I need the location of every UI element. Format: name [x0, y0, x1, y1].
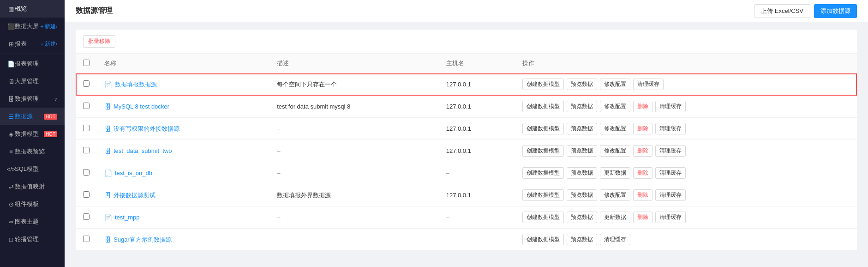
datasource-table: 名称 描述 主机名 操作 📄数据填报数据源每个空间下只存在一个127.0.0.1…: [76, 54, 857, 251]
action-btn-创建数据模型[interactable]: 创建数据模型: [522, 234, 564, 245]
sidebar-item-label: 数据管理: [15, 95, 54, 103]
row-checkbox-cell: [76, 162, 97, 184]
action-btn-更新数据[interactable]: 更新数据: [600, 167, 630, 179]
row-name-cell: 🗄test_data_submit_two: [97, 140, 269, 162]
action-btn-预览数据[interactable]: 预览数据: [567, 101, 597, 112]
datasource-name-link[interactable]: 🗄Sugar官方示例数据源: [104, 236, 262, 244]
row-checkbox[interactable]: [83, 213, 90, 220]
select-all-checkbox[interactable]: [83, 60, 90, 66]
action-btn-清理缓存[interactable]: 清理缓存: [655, 189, 686, 201]
action-btn-预览数据[interactable]: 预览数据: [567, 79, 597, 90]
row-description-cell: –: [269, 162, 438, 184]
datasource-name-link[interactable]: 🗄没有写权限的外接数据源: [104, 125, 262, 133]
action-btn-创建数据模型[interactable]: 创建数据模型: [522, 79, 564, 90]
sidebar-item-overview[interactable]: ▦ 概览: [0, 0, 65, 18]
sidebar-item-data-manage[interactable]: 🗄 数据管理 ∨: [0, 90, 65, 108]
action-btn-预览数据[interactable]: 预览数据: [567, 167, 597, 179]
file-icon: 📄: [104, 81, 112, 88]
action-btn-清理缓存[interactable]: 清理缓存: [600, 234, 630, 245]
action-btn-修改配置[interactable]: 修改配置: [600, 79, 630, 90]
row-checkbox[interactable]: [83, 191, 90, 198]
model-icon: ◈: [7, 131, 15, 138]
row-host-cell: 127.0.0.1: [439, 140, 515, 162]
action-btn-预览数据[interactable]: 预览数据: [567, 189, 597, 201]
action-btn-创建数据模型[interactable]: 创建数据模型: [522, 101, 564, 112]
carousel-icon: □: [7, 236, 15, 243]
action-btn-创建数据模型[interactable]: 创建数据模型: [522, 167, 564, 179]
sidebar-item-label: SQL模型: [15, 165, 57, 173]
action-btn-更新数据[interactable]: 更新数据: [600, 212, 630, 223]
add-datasource-btn[interactable]: 添加数据源: [814, 4, 857, 18]
row-checkbox[interactable]: [83, 80, 90, 87]
action-btn-创建数据模型[interactable]: 创建数据模型: [522, 123, 564, 134]
action-btn-创建数据模型[interactable]: 创建数据模型: [522, 212, 564, 223]
action-btn-清理缓存[interactable]: 清理缓存: [655, 212, 686, 223]
sidebar-item-carousel[interactable]: □ 轮播管理: [0, 231, 65, 248]
datasource-name-text: MySQL 8 test docker: [114, 103, 169, 110]
row-checkbox[interactable]: [83, 125, 90, 131]
action-btn-删除[interactable]: 删除: [633, 189, 652, 201]
row-name-cell: 🗄MySQL 8 test docker: [97, 96, 269, 118]
datasource-name-link[interactable]: 📄test_mpp: [104, 214, 262, 221]
sidebar-item-report[interactable]: ⊞ 报表 ＋新建 ›: [0, 35, 65, 53]
action-btn-预览数据[interactable]: 预览数据: [567, 123, 597, 134]
upload-excel-btn[interactable]: 上传 Excel/CSV: [754, 4, 810, 18]
content-area: 批量移除 名称 描述 主机名 操作: [65, 22, 868, 267]
sidebar-item-component[interactable]: ⊙ 组件模板: [0, 195, 65, 213]
action-btn-创建数据模型[interactable]: 创建数据模型: [522, 145, 564, 157]
row-actions-cell: 创建数据模型预览数据清理缓存: [515, 229, 857, 251]
row-actions-cell: 创建数据模型预览数据修改配置删除清理缓存: [515, 118, 857, 140]
action-btn-修改配置[interactable]: 修改配置: [600, 189, 630, 201]
datasource-name-link[interactable]: 📄test_is_on_db: [104, 170, 262, 177]
datasource-name-link[interactable]: 📄数据填报数据源: [104, 80, 262, 89]
datasource-name-link[interactable]: 🗄外接数据源测试: [104, 191, 262, 200]
sidebar-item-sqlmodel[interactable]: </> SQL模型: [0, 160, 65, 178]
action-btn-删除[interactable]: 删除: [633, 212, 652, 223]
new-datascreen-btn[interactable]: ＋新建: [39, 23, 56, 30]
action-btn-修改配置[interactable]: 修改配置: [600, 145, 630, 157]
action-btn-删除[interactable]: 删除: [633, 167, 652, 179]
sidebar-item-screen-manage[interactable]: 🖥 大屏管理: [0, 73, 65, 90]
row-description-cell: test for data submit mysql 8: [269, 96, 438, 118]
action-btn-创建数据模型[interactable]: 创建数据模型: [522, 189, 564, 201]
action-btn-修改配置[interactable]: 修改配置: [600, 123, 630, 134]
file-icon: 📄: [104, 170, 112, 177]
action-btn-预览数据[interactable]: 预览数据: [567, 145, 597, 157]
sidebar-item-datamapping[interactable]: ⇄ 数据值映射: [0, 178, 65, 195]
datasource-name-link[interactable]: 🗄test_data_submit_two: [104, 147, 262, 155]
main-area: 数据源管理 上传 Excel/CSV 添加数据源 批量移除: [65, 0, 868, 267]
row-checkbox[interactable]: [83, 169, 90, 176]
col-name: 名称: [97, 54, 269, 73]
sidebar-item-theme[interactable]: ✏ 图表主题: [0, 213, 65, 231]
datasource-name-text: test_is_on_db: [115, 170, 152, 176]
action-btn-删除[interactable]: 删除: [633, 145, 652, 157]
sidebar-item-datamodel[interactable]: ◈ 数据模型 HOT: [0, 125, 65, 143]
row-actions-cell: 创建数据模型预览数据修改配置删除清理缓存: [515, 184, 857, 206]
batch-delete-btn[interactable]: 批量移除: [83, 35, 115, 48]
sidebar-item-datascreen[interactable]: ⬛ 数据大屏 ＋新建 ›: [0, 18, 65, 35]
action-btn-预览数据[interactable]: 预览数据: [567, 212, 597, 223]
action-btn-清理缓存[interactable]: 清理缓存: [655, 101, 686, 112]
table-row: 🗄test_data_submit_two–127.0.0.1创建数据模型预览数…: [76, 140, 857, 162]
action-btn-修改配置[interactable]: 修改配置: [600, 101, 630, 112]
row-checkbox[interactable]: [83, 103, 90, 109]
datasource-name-text: test_data_submit_two: [114, 147, 172, 154]
action-btn-删除[interactable]: 删除: [633, 123, 652, 134]
sidebar-item-report-manage[interactable]: 📄 报表管理: [0, 55, 65, 73]
sidebar-item-label: 数据大屏: [15, 22, 39, 30]
row-checkbox[interactable]: [83, 236, 90, 242]
new-report-btn[interactable]: ＋新建: [39, 40, 56, 48]
row-checkbox[interactable]: [83, 147, 90, 153]
sidebar-item-datasource[interactable]: ☰ 数据源 HOT: [0, 108, 65, 125]
action-btn-清理缓存[interactable]: 清理缓存: [633, 79, 664, 90]
sidebar-item-datapreview[interactable]: ≡ 数据表预览: [0, 143, 65, 160]
table-row: 🗄MySQL 8 test dockertest for data submit…: [76, 96, 857, 118]
datasource-name-text: test_mpp: [115, 214, 139, 221]
action-btn-清理缓存[interactable]: 清理缓存: [655, 167, 686, 179]
action-btn-清理缓存[interactable]: 清理缓存: [655, 145, 686, 157]
datasource-icon: ☰: [7, 113, 15, 120]
action-btn-清理缓存[interactable]: 清理缓存: [655, 123, 686, 134]
action-btn-预览数据[interactable]: 预览数据: [567, 234, 597, 245]
action-btn-删除[interactable]: 删除: [633, 101, 652, 112]
datasource-name-link[interactable]: 🗄MySQL 8 test docker: [104, 103, 262, 110]
